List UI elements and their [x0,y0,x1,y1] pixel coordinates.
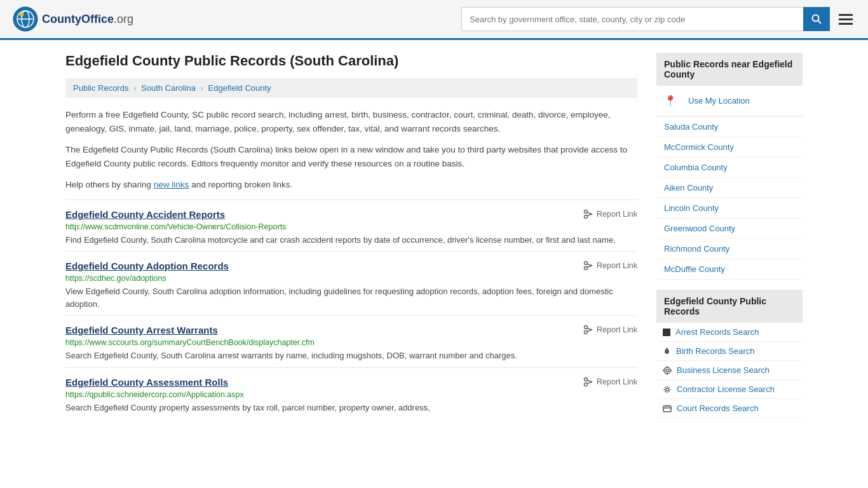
record-header: Edgefield County Adoption Records Report… [65,261,637,271]
court-icon [663,404,672,413]
greenwood-county-link[interactable]: Greenwood County [656,219,803,238]
gear-icon [663,385,672,394]
record-title[interactable]: Edgefield County Adoption Records [65,261,229,271]
record-header: Edgefield County Assessment Rolls Report… [65,377,637,388]
svg-point-12 [585,262,588,265]
svg-point-9 [585,215,588,218]
use-my-location-link[interactable]: Use My Location [681,91,757,111]
svg-point-16 [585,326,588,329]
breadcrumb-edgefield[interactable]: Edgefield County [208,83,271,93]
report-link[interactable]: Report Link [583,325,637,335]
record-title[interactable]: Edgefield County Assessment Rolls [65,377,228,388]
list-item: Birth Records Search [656,342,803,361]
list-item: Arrest Records Search [656,323,803,342]
record-desc: Search Edgefield County property assessm… [65,402,637,414]
svg-point-13 [585,267,588,270]
description-1: Perform a free Edgefield County, SC publ… [65,108,637,135]
svg-point-24 [664,367,670,374]
svg-point-20 [585,377,588,381]
menu-button[interactable] [836,11,855,27]
breadcrumb: Public Records › South Carolina › Edgefi… [65,78,637,98]
nearby-title: Public Records near Edgefield County [656,53,803,86]
svg-point-30 [666,388,669,391]
report-link[interactable]: Report Link [583,261,637,271]
svg-line-19 [587,330,592,332]
record-url[interactable]: https://www.sccourts.org/summaryCourtBen… [65,338,637,347]
scissors-icon [583,377,593,387]
svg-rect-31 [663,406,671,412]
record-title[interactable]: Edgefield County Accident Reports [65,209,225,220]
svg-line-11 [587,214,592,216]
description-2: The Edgefield County Public Records (Sou… [65,143,637,170]
record-header: Edgefield County Accident Reports Report… [65,209,637,220]
record-url[interactable]: https://scdhec.gov/adoptions [65,274,637,283]
new-links[interactable]: new links [154,180,189,189]
search-input[interactable] [461,7,803,31]
list-item: Richmond County [656,239,803,259]
menu-bar [839,23,853,25]
page-title: Edgefield County Public Records (South C… [65,53,637,69]
business-license-link[interactable]: Business License Search [677,365,770,375]
search-icon [811,14,822,24]
record-desc: Search Edgefield County, South Carolina … [65,349,637,362]
record-item: Edgefield County Arrest Warrants Report … [65,315,637,367]
svg-point-5 [21,14,23,16]
mcduffie-county-link[interactable]: McDuffie County [656,259,803,279]
court-records-link[interactable]: Court Records Search [677,403,759,413]
menu-bar [839,18,853,20]
svg-point-6 [813,15,819,22]
breadcrumb-public-records[interactable]: Public Records [73,83,128,93]
svg-line-15 [587,266,592,268]
list-item: Greenwood County [656,219,803,239]
svg-point-17 [585,331,588,334]
svg-line-23 [587,382,592,384]
logo[interactable]: CountyOffice.org [13,6,133,32]
record-item: Edgefield County Accident Reports Report… [65,200,637,252]
richmond-county-link[interactable]: Richmond County [656,239,803,259]
report-link[interactable]: Report Link [583,209,637,219]
main-layout: Edgefield County Public Records (South C… [53,40,815,431]
record-desc: View Edgefield County, South Carolina ad… [65,285,637,310]
list-item: Saluda County [656,117,803,137]
record-item: Edgefield County Assessment Rolls Report… [65,367,637,419]
record-url[interactable]: http://www.scdmvonline.com/Vehicle-Owner… [65,222,637,231]
report-link[interactable]: Report Link [583,377,637,387]
mccormick-county-link[interactable]: McCormick County [656,137,803,157]
contractor-license-link[interactable]: Contractor License Search [677,384,775,394]
saluda-county-link[interactable]: Saluda County [656,117,803,137]
header: CountyOffice.org [0,0,868,40]
svg-point-25 [666,369,668,372]
logo-text: CountyOffice.org [42,13,133,26]
breadcrumb-south-carolina[interactable]: South Carolina [141,83,196,93]
record-item: Edgefield County Adoption Records Report… [65,251,637,315]
use-my-location: 📍 Use My Location [656,86,803,116]
records-type-title: Edgefield County Public Records [656,290,803,323]
record-title[interactable]: Edgefield County Arrest Warrants [65,325,218,336]
columbia-county-link[interactable]: Columbia County [656,158,803,177]
logo-icon [13,6,38,32]
search-button[interactable] [803,7,830,31]
scissors-icon [583,325,593,335]
arrest-icon [663,329,670,336]
arrest-records-link[interactable]: Arrest Records Search [675,327,759,337]
list-item: Aiken County [656,178,803,198]
birth-records-link[interactable]: Birth Records Search [676,346,755,356]
svg-point-8 [585,210,588,213]
list-item: Columbia County [656,158,803,178]
record-desc: Find Edgefield County, South Carolina mo… [65,234,637,247]
aiken-county-link[interactable]: Aiken County [656,178,803,198]
scissors-icon [583,261,593,271]
lincoln-county-link[interactable]: Lincoln County [656,198,803,218]
record-url[interactable]: https://qpublic.schneidercorp.com/Applic… [65,390,637,399]
records-list: Edgefield County Accident Reports Report… [65,200,637,419]
breadcrumb-sep: › [133,83,139,93]
breadcrumb-sep: › [201,83,206,93]
list-item: McDuffie County [656,259,803,280]
nearby-list: 📍 Use My Location Saluda County McCormic… [656,86,803,280]
description-3: Help others by sharing new links and rep… [65,178,637,192]
record-header: Edgefield County Arrest Warrants Report … [65,325,637,336]
list-item: Court Records Search [656,399,803,418]
svg-line-7 [818,21,822,24]
svg-point-21 [585,383,588,386]
business-icon [663,366,672,375]
